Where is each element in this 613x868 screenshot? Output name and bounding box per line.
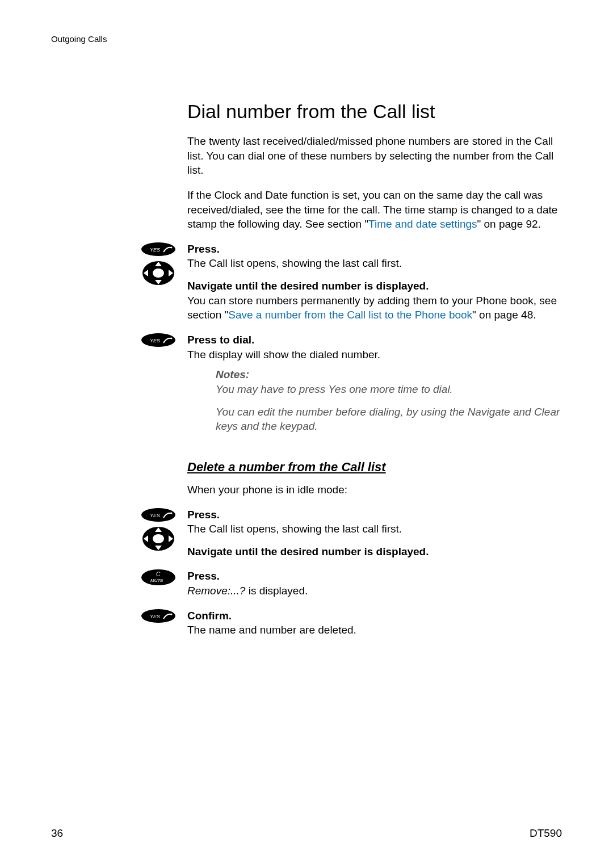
document-page: Outgoing Calls Dial number from the Call… bbox=[0, 0, 613, 868]
svg-text:MUTE: MUTE bbox=[150, 578, 163, 583]
svg-point-14 bbox=[171, 512, 173, 514]
svg-point-11 bbox=[171, 338, 173, 339]
note-1: You may have to press Yes one more time … bbox=[216, 383, 453, 395]
page-number: 36 bbox=[51, 827, 63, 840]
yes-button-icon: YES bbox=[141, 609, 176, 623]
page-title: Dial number from the Call list bbox=[187, 100, 562, 123]
step-action: Press. bbox=[187, 243, 220, 255]
svg-text:YES: YES bbox=[150, 614, 160, 619]
delete-step-confirm: YES Confirm. The name and number are del… bbox=[187, 609, 562, 638]
step-body: The display will show the dialed number. bbox=[187, 347, 562, 362]
intro-paragraph-2: If the Clock and Date function is set, y… bbox=[187, 188, 562, 232]
icon-column: YES bbox=[51, 333, 187, 347]
step-press-dial: YES Press to dial. The display will show… bbox=[187, 333, 562, 442]
step-action: Navigate until the desired number is dis… bbox=[187, 280, 429, 292]
icon-column: YES bbox=[51, 508, 187, 552]
step-body: The Call list opens, showing the last ca… bbox=[187, 256, 562, 271]
save-number-link[interactable]: Save a number from the Call list to the … bbox=[228, 309, 472, 321]
svg-text:YES: YES bbox=[150, 338, 160, 343]
yes-button-icon: YES bbox=[141, 242, 176, 257]
svg-point-2 bbox=[171, 246, 173, 248]
navigate-button-icon bbox=[141, 526, 175, 552]
step-body: The name and number are deleted. bbox=[187, 623, 562, 638]
step-action: Press. bbox=[187, 509, 220, 521]
step-press-open: YES Press. The Call list bbox=[187, 242, 562, 322]
intro-paragraph-1: The twenty last received/dialed/missed p… bbox=[187, 134, 562, 178]
intro-text-end: " on page 92. bbox=[477, 218, 541, 230]
c-mute-button-icon: C MUTE bbox=[141, 569, 176, 586]
icon-column: YES bbox=[51, 242, 187, 286]
delete-step-press-mute: C MUTE Press. Remove:...? is displayed. bbox=[187, 569, 562, 598]
delete-step-press-open: YES Press. The Call list bbox=[187, 508, 562, 559]
notes-block: Notes:You may have to press Yes one more… bbox=[216, 367, 562, 434]
notes-label: Notes: bbox=[216, 368, 249, 380]
svg-text:C: C bbox=[156, 571, 161, 577]
svg-point-4 bbox=[153, 269, 164, 278]
main-content: Dial number from the Call list The twent… bbox=[187, 100, 562, 638]
icon-column: YES bbox=[51, 609, 187, 623]
step-body: You can store numbers permanently by add… bbox=[187, 293, 562, 322]
svg-text:YES: YES bbox=[150, 247, 160, 253]
footer-model: DT590 bbox=[530, 827, 562, 840]
subsection-heading: Delete a number from the Call list bbox=[187, 460, 562, 475]
svg-text:YES: YES bbox=[150, 513, 160, 518]
running-header: Outgoing Calls bbox=[51, 34, 562, 44]
step-action: Press. bbox=[187, 570, 220, 582]
svg-point-26 bbox=[171, 613, 173, 615]
step-body: Remove:...? is displayed. bbox=[187, 584, 562, 598]
icon-column: C MUTE bbox=[51, 569, 187, 586]
time-date-settings-link[interactable]: Time and date settings bbox=[368, 218, 477, 230]
svg-point-16 bbox=[153, 534, 164, 543]
page-footer: 36 DT590 bbox=[51, 827, 562, 840]
yes-button-icon: YES bbox=[141, 508, 176, 522]
note-2: You can edit the number before dialing, … bbox=[216, 405, 562, 434]
step-action: Press to dial. bbox=[187, 334, 254, 346]
step-body: The Call list opens, showing the last ca… bbox=[187, 522, 562, 536]
step-action: Navigate until the desired number is dis… bbox=[187, 546, 429, 557]
sub-intro: When your phone is in idle mode: bbox=[187, 483, 562, 497]
navigate-button-icon bbox=[141, 260, 175, 286]
yes-button-icon: YES bbox=[141, 333, 176, 347]
step-action: Confirm. bbox=[187, 610, 232, 622]
